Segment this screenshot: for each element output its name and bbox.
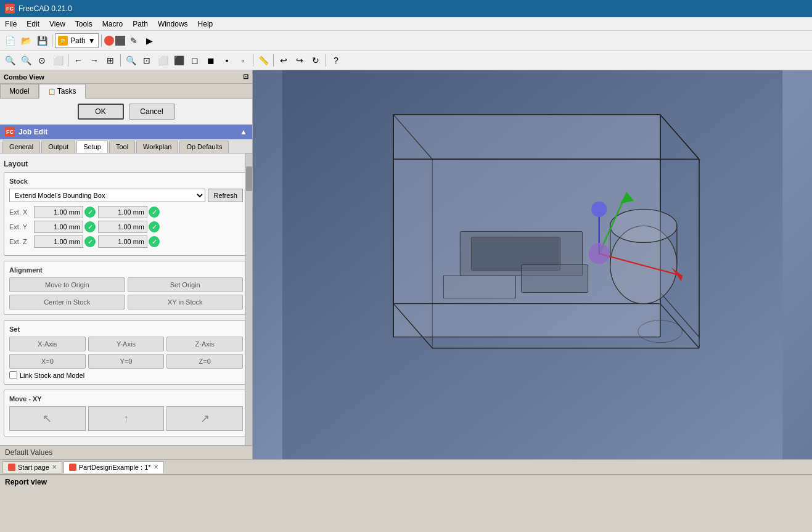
z0-btn[interactable]: Z=0 [166,354,243,369]
forward-btn[interactable]: → [87,53,102,68]
subtab-setup[interactable]: Setup [76,141,108,153]
ext-y-input2[interactable] [98,221,147,233]
ext-y-check2: ✓ [149,221,160,232]
move-n-btn[interactable]: ↑ [88,406,165,431]
right-btn[interactable]: ◻ [187,53,202,68]
job-collapse-btn[interactable]: ▲ [240,128,247,136]
record-btn[interactable] [104,36,114,46]
stock-section: Stock Extend Model's Bounding BoxCreate … [4,172,248,256]
subtab-tool[interactable]: Tool [109,141,135,153]
back-btn[interactable]: ← [71,53,86,68]
report-bar: Report view [0,474,812,489]
y-axis-btn[interactable]: Y-Axis [88,337,165,351]
menu-edit[interactable]: Edit [22,18,44,30]
ext-y-label: Ext. Y [9,223,31,231]
part-design-close[interactable]: ✕ [154,464,158,470]
refresh-view-btn[interactable]: ↻ [308,53,323,68]
ext-y-input1[interactable] [34,221,83,233]
menu-macro[interactable]: Macro [97,18,128,30]
ext-z-check2: ✓ [149,236,160,247]
measure-btn[interactable]: 📏 [256,53,271,68]
menu-help[interactable]: Help [193,18,218,30]
move-ne-btn[interactable]: ↗ [166,406,243,431]
refresh-button[interactable]: Refresh [208,189,243,202]
menu-path[interactable]: Path [128,18,153,30]
zoom-btn[interactable]: 🔍 [18,53,33,68]
center-in-stock-btn[interactable]: Center in Stock [9,295,125,309]
part-design-label: PartDesignExample : 1* [79,464,151,471]
subtab-workplan[interactable]: Workplan [136,141,178,153]
ext-x-input2[interactable] [98,206,147,218]
ext-y-group2: ✓ [98,221,160,233]
move-nw-btn[interactable]: ↖ [9,406,86,431]
subtab-op-defaults[interactable]: Op Defaults [179,141,229,153]
workbench-label: Path [70,36,86,45]
stop-btn[interactable] [115,36,125,46]
tab-part-design[interactable]: PartDesignExample : 1* ✕ [64,461,164,473]
menu-windows[interactable]: Windows [153,18,193,30]
alignment-buttons: Move to Origin Set Origin Center in Stoc… [9,277,243,309]
x-axis-btn[interactable]: X-Axis [9,337,86,351]
bbox-btn[interactable]: ⬜ [51,53,65,68]
y0-btn[interactable]: Y=0 [88,354,165,369]
ext-x-input1[interactable] [34,206,83,218]
left-btn[interactable]: ▫ [236,53,250,68]
menu-tools[interactable]: Tools [70,18,97,30]
ext-z-input1[interactable] [34,235,83,248]
subtab-output[interactable]: Output [41,141,75,153]
x0-btn[interactable]: X=0 [9,354,86,369]
front-btn[interactable]: ⬜ [155,53,170,68]
save-file-btn[interactable]: 💾 [35,33,49,48]
undo-btn[interactable]: ↩ [276,53,291,68]
link-stock-label: Link Stock and Model [20,372,84,379]
new-file-btn[interactable]: 📄 [2,33,17,48]
set-origin-btn[interactable]: Set Origin [128,277,244,292]
move-buttons: ↖ ↑ ↗ [9,406,243,431]
subtab-general[interactable]: General [2,141,40,153]
sep6 [273,54,274,67]
bottom-btn[interactable]: ▪ [219,53,234,68]
workbench-dropdown-icon: ▼ [88,36,96,45]
ext-z-row: Ext. Z ✓ ✓ [9,235,243,248]
viewport[interactable] [253,70,812,459]
ext-y-check1: ✓ [84,221,96,232]
combo-view-maximize[interactable]: ⊡ [243,73,248,81]
draw-style-btn[interactable]: 🔍 [2,53,17,68]
view-btn[interactable]: ⊙ [35,53,49,68]
redo-btn[interactable]: ↪ [292,53,307,68]
zoom-out-btn[interactable]: 🔍 [123,53,138,68]
tab-model[interactable]: Model [0,84,39,98]
menu-file[interactable]: File [0,18,22,30]
rear-btn[interactable]: ◼ [203,53,218,68]
xy-in-stock-btn[interactable]: XY in Stock [128,295,244,309]
menu-view[interactable]: View [44,18,70,30]
edit-macro-btn[interactable]: ✎ [126,33,141,48]
help-btn[interactable]: ? [329,53,343,68]
tab-start-page[interactable]: Start page ✕ [2,461,62,473]
ext-z-input2[interactable] [98,235,147,248]
toolbar2: 🔍 🔍 ⊙ ⬜ ← → ⊞ 🔍 ⊡ ⬜ ⬛ ◻ ◼ ▪ ▫ 📏 ↩ ↪ ↻ ? [0,51,812,70]
open-file-btn[interactable]: 📂 [18,33,33,48]
z-axis-btn[interactable]: Z-Axis [166,337,243,351]
cancel-button[interactable]: Cancel [129,104,175,120]
stock-dropdown[interactable]: Extend Model's Bounding BoxCreate BoxCre… [9,189,205,202]
play-macro-btn[interactable]: ▶ [142,33,157,48]
ok-button[interactable]: OK [78,104,124,120]
set-title: Set [9,325,243,333]
move-to-origin-btn[interactable]: Move to Origin [9,277,125,292]
ext-z-check1: ✓ [84,236,96,247]
stdview-btn[interactable]: ⊡ [139,53,154,68]
scrollbar-vertical[interactable] [245,153,252,445]
workbench-selector[interactable]: P Path ▼ [55,33,99,48]
link-stock-checkbox[interactable] [9,371,17,379]
ext-x-label: Ext. X [9,208,31,216]
toolbar1: 📄 📂 💾 P Path ▼ ✎ ▶ [0,31,812,51]
scrollbar-thumb[interactable] [246,166,252,191]
top-btn[interactable]: ⬛ [171,53,186,68]
sep3 [68,54,68,67]
tab-tasks[interactable]: 📋 Tasks [39,84,86,99]
bottom-tabs: Start page ✕ PartDesignExample : 1* ✕ [0,459,812,474]
sync-btn[interactable]: ⊞ [103,53,118,68]
start-page-close[interactable]: ✕ [52,464,57,470]
ext-z-group2: ✓ [98,235,160,248]
